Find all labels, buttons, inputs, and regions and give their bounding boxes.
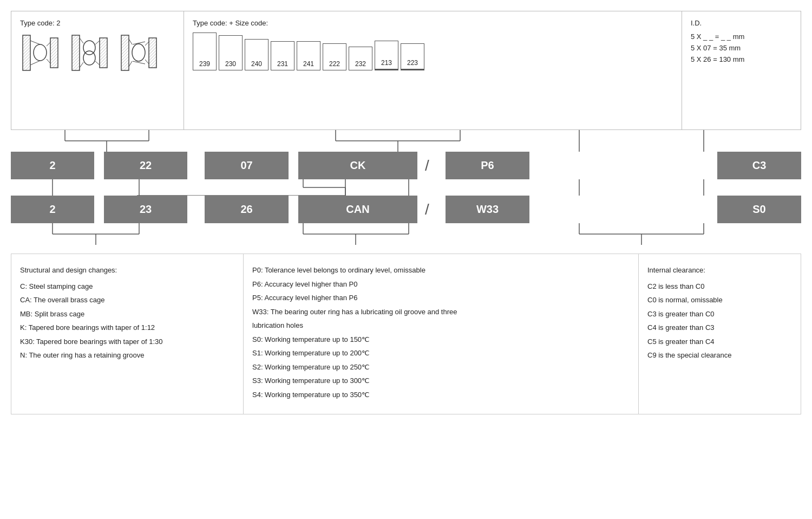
svg-line-13 (80, 38, 83, 43)
bottom-mid-item-4: lubrication holes (252, 320, 630, 331)
svg-rect-10 (100, 38, 107, 68)
svg-rect-18 (121, 35, 129, 70)
tag-w33: W33 (446, 196, 529, 223)
svg-rect-9 (72, 35, 80, 70)
connector-svg-2 (11, 179, 801, 196)
svg-line-16 (95, 61, 100, 65)
tag-ck: CK (298, 152, 417, 179)
bottom-left-item-4: K30: Tapered bore bearings with taper of… (20, 336, 234, 347)
tag-07: 07 (205, 152, 289, 179)
svg-line-14 (80, 62, 83, 68)
connector-top-row2 (11, 130, 801, 152)
tag-can: CAN (298, 196, 417, 223)
connector-svg-3 (11, 223, 801, 245)
bottom-description-row: Structural and design changes: C: Steel … (11, 254, 801, 414)
slash-1: / (421, 157, 442, 174)
id-panel: I.D. 5 X _ _ = _ _ mm 5 X 07 = 35 mm 5 X… (682, 11, 801, 130)
type-code-panel: Type code: 2 (11, 11, 184, 130)
svg-point-12 (83, 51, 95, 65)
size-code-row: 239 230 240 231 (193, 33, 673, 70)
bearing-drawing-2 (69, 33, 110, 73)
id-line3: 5 X 26 = 130 mm (691, 55, 792, 63)
tag-22: 22 (104, 152, 187, 179)
svg-line-21 (129, 39, 132, 44)
size-code-title: Type code: + Size code: (193, 19, 673, 27)
bottom-right-item-0: C2 is less than C0 (647, 281, 792, 292)
size-box-230: 230 (225, 60, 236, 68)
svg-line-24 (145, 60, 149, 64)
id-title: I.D. (691, 19, 792, 27)
connector-row2-row3 (11, 179, 801, 196)
bottom-left-item-3: K: Tapered bore bearings with taper of 1… (20, 322, 234, 333)
tag-c3: C3 (717, 152, 801, 179)
bottom-mid-item-9: S4: Working temperature up to 350℃ (252, 390, 630, 400)
tag-26: 26 (205, 196, 289, 223)
svg-line-7 (47, 59, 50, 63)
size-box-213: 213 (381, 59, 392, 67)
id-line1: 5 X _ _ = _ _ mm (691, 33, 792, 41)
tag-p6: P6 (446, 152, 529, 179)
size-box-232: 232 (355, 60, 366, 68)
size-box-241: 241 (303, 60, 314, 68)
code-tag-row-2: 2 23 26 CAN / W33 S0 (11, 196, 801, 223)
bearing-drawings (20, 33, 175, 73)
bottom-left-panel: Structural and design changes: C: Steel … (11, 254, 244, 414)
bottom-mid-item-6: S1: Working temperature up to 200℃ (252, 348, 630, 359)
size-code-panel: Type code: + Size code: 239 230 (184, 11, 682, 130)
tag-2-left: 2 (11, 152, 94, 179)
svg-rect-2 (50, 38, 58, 68)
bottom-mid-item-8: S3: Working temperature up to 300℃ (252, 375, 630, 386)
bottom-right-item-1: C0 is normal, omissable (647, 295, 792, 306)
svg-line-4 (30, 41, 40, 44)
bottom-right-panel: Internal clearance: C2 is less than C0 C… (639, 254, 801, 414)
bottom-left-item-2: MB: Split brass cage (20, 309, 234, 320)
id-line2: 5 X 07 = 35 mm (691, 44, 792, 52)
bottom-mid-item-2: P5: Accuracy level higher than P6 (252, 293, 630, 303)
bottom-right-item-2: C3 is greater than C0 (647, 309, 792, 320)
bottom-left-item-1: CA: The overall brass cage (20, 295, 234, 306)
bottom-right-item-3: C4 is greater than C3 (647, 322, 792, 333)
svg-line-26 (133, 61, 145, 64)
bottom-mid-item-7: S2: Working temperature up to 250℃ (252, 362, 630, 373)
bearing-drawing-1 (20, 33, 61, 73)
id-info: 5 X _ _ = _ _ mm 5 X 07 = 35 mm 5 X 26 =… (691, 33, 792, 63)
size-box-240: 240 (251, 60, 262, 68)
code-tag-row-1: 2 22 07 CK / P6 C3 (11, 152, 801, 179)
bottom-mid-item-1: P6: Accuracy level higher than P0 (252, 279, 630, 290)
bottom-left-item-0: C: Steel stamping cage (20, 281, 234, 292)
svg-line-6 (47, 42, 50, 46)
size-box-223: 223 (407, 59, 418, 67)
svg-line-15 (95, 41, 100, 44)
bottom-right-item-5: C9 is the special clearance (647, 350, 792, 361)
svg-line-22 (129, 61, 132, 67)
tag-23: 23 (104, 196, 187, 223)
tag-2-left-2: 2 (11, 196, 94, 223)
svg-point-3 (34, 44, 47, 61)
bearing-drawing-3 (119, 33, 159, 73)
main-layout: Type code: 2 (11, 11, 801, 414)
size-box-222: 222 (329, 60, 340, 68)
connector-row3-bottom (11, 223, 801, 245)
size-box-231: 231 (277, 60, 288, 68)
top-info-row: Type code: 2 (11, 11, 801, 130)
bottom-right-item-4: C5 is greater than C4 (647, 336, 792, 347)
bottom-left-title: Structural and design changes: (20, 265, 234, 276)
type-code-title: Type code: 2 (20, 19, 175, 27)
svg-point-20 (132, 44, 145, 61)
slash-2: / (421, 201, 442, 218)
svg-line-23 (145, 42, 149, 46)
bottom-mid-item-0: P0: Tolerance level belongs to ordinary … (252, 265, 630, 276)
bottom-mid-item-5: S0: Working temperature up to 150℃ (252, 334, 630, 345)
bottom-left-item-5: N: The outer ring has a retaining groove (20, 350, 234, 361)
connector-svg-1 (11, 130, 801, 152)
bottom-right-title: Internal clearance: (647, 265, 792, 276)
svg-rect-19 (149, 38, 156, 68)
svg-line-5 (30, 61, 40, 65)
tag-s0: S0 (717, 196, 801, 223)
size-box-239: 239 (199, 60, 210, 68)
bottom-middle-panel: P0: Tolerance level belongs to ordinary … (244, 254, 639, 414)
bottom-mid-item-3: W33: The bearing outer ring has a lubric… (252, 307, 630, 317)
svg-rect-1 (23, 35, 30, 70)
